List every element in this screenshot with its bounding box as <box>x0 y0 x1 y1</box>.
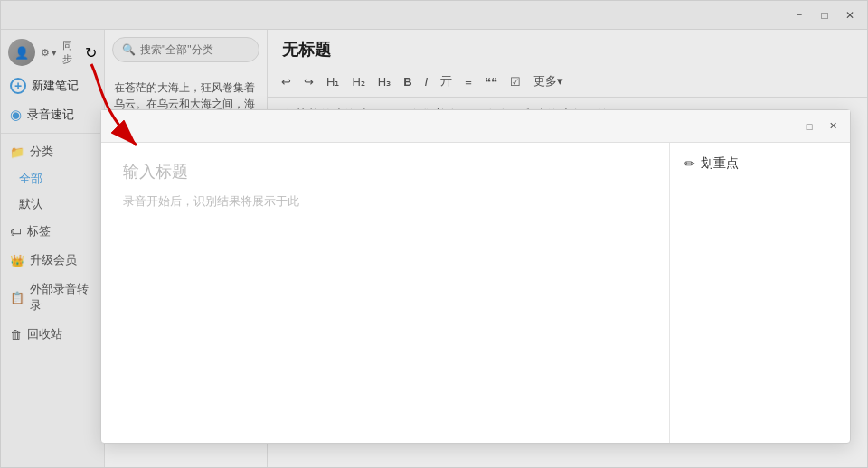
title-placeholder: 输入标题 <box>123 163 188 181</box>
modal-title-bar: □ ✕ <box>101 110 850 143</box>
app-window: － □ ✕ 👤 ⚙ ▾ 同步 ↻ + 新建笔记 <box>0 0 868 468</box>
modal-right: ✏ 划重点 <box>669 143 850 443</box>
recording-modal: □ ✕ 输入标题 录音开始后，识别结果将展示于此 ✏ 划重点 <box>100 109 851 444</box>
right-panel-label: 划重点 <box>701 155 739 172</box>
modal-left: 输入标题 录音开始后，识别结果将展示于此 <box>101 143 669 443</box>
pencil-icon: ✏ <box>684 156 695 171</box>
modal-right-title: ✏ 划重点 <box>684 155 835 172</box>
modal-body: 输入标题 录音开始后，识别结果将展示于此 ✏ 划重点 <box>101 143 850 443</box>
modal-body-placeholder: 录音开始后，识别结果将展示于此 <box>123 193 647 210</box>
modal-close-button[interactable]: ✕ <box>823 118 843 135</box>
modal-minimize-button[interactable]: □ <box>799 118 819 135</box>
modal-title-input[interactable]: 输入标题 <box>123 161 647 183</box>
